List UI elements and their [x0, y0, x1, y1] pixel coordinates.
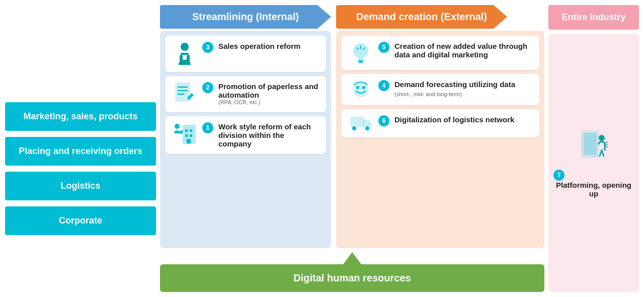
- svg-point-8: [175, 124, 180, 129]
- svg-point-27: [365, 126, 369, 130]
- sidebar-item-orders: Placing and receiving orders: [5, 137, 156, 166]
- bottom-green-wrapper: Digital human resources: [160, 252, 544, 292]
- sections-row: 3 Sales operation reform: [160, 31, 544, 248]
- card-paperless: 2 Promotion of paperless and automation …: [165, 76, 326, 112]
- svg-point-30: [599, 135, 605, 141]
- svg-rect-2: [180, 55, 183, 63]
- demand-header: Demand creation (External): [336, 5, 507, 29]
- sidebar-label-corporate: Corporate: [59, 215, 102, 226]
- demand-section: 5 Creation of new added value through da…: [336, 31, 544, 248]
- svg-rect-25: [351, 117, 364, 126]
- arrow-up-icon: [343, 252, 361, 264]
- card-title-value: Creation of new added value through data…: [394, 42, 532, 59]
- card-logistics-digital: 6 Digitalization of logistics network: [341, 109, 539, 137]
- svg-line-33: [606, 142, 608, 143]
- card-title-sales: Sales operation reform: [218, 42, 300, 50]
- entire-industry-card: 7 Platforming, opening up: [548, 34, 639, 292]
- building-icon: [172, 122, 197, 145]
- card-num-5: 5: [378, 42, 389, 53]
- brain-icon: [348, 80, 373, 99]
- sidebar-label-marketing: Marketing, sales, products: [23, 111, 137, 121]
- digital-resources-label: Digital human resources: [293, 272, 411, 283]
- svg-line-32: [602, 150, 604, 156]
- person-icon: [172, 42, 197, 66]
- sidebar-label-logistics: Logistics: [60, 181, 100, 191]
- card-title-paperless: Promotion of paperless and automation: [218, 82, 319, 99]
- card-demand-forecast-content: 4 Demand forecasting utilizing data (sho…: [378, 80, 532, 98]
- svg-point-0: [181, 43, 189, 51]
- card-num-4: 4: [378, 80, 389, 91]
- svg-rect-29: [584, 133, 597, 155]
- card-demand-forecast: 4 Demand forecasting utilizing data (sho…: [341, 74, 539, 105]
- truck-icon: [348, 115, 373, 131]
- doc-icon: [172, 82, 197, 106]
- svg-rect-11: [190, 129, 192, 132]
- svg-rect-10: [185, 129, 188, 132]
- svg-line-34: [606, 144, 608, 145]
- entire-industry-label: Entire industry: [561, 12, 625, 22]
- card-sales-content: 3 Sales operation reform: [202, 42, 319, 53]
- svg-point-26: [352, 126, 356, 130]
- entire-industry-header: Entire industry: [548, 5, 639, 30]
- svg-rect-14: [187, 139, 191, 143]
- card-num-7: 7: [553, 170, 565, 181]
- arrow-bar-container: Digital human resources: [160, 252, 544, 292]
- header-row: Streamlining (Internal) Demand creation …: [160, 5, 544, 29]
- card-workstyle-content: 1 Work style reform of each division wit…: [202, 122, 319, 148]
- svg-rect-4: [176, 83, 190, 101]
- card-added-value-content: 5 Creation of new added value through da…: [378, 42, 532, 59]
- card-sales-reform: 3 Sales operation reform: [165, 36, 326, 72]
- sidebar-item-corporate: Corporate: [5, 206, 156, 235]
- card-added-value: 5 Creation of new added value through da…: [341, 36, 539, 70]
- svg-rect-12: [185, 134, 188, 137]
- card-num-6: 6: [378, 115, 389, 126]
- svg-rect-1: [181, 53, 189, 55]
- svg-point-23: [356, 86, 359, 89]
- card-num-1: 1: [202, 122, 213, 133]
- demand-header-label: Demand creation (External): [356, 11, 487, 22]
- svg-point-24: [362, 86, 365, 89]
- card-subtitle-paperless: (RPA, OCR, etc.): [218, 99, 319, 105]
- platform-label: Platforming, opening up: [553, 181, 634, 198]
- streamlining-header-label: Streamlining (Internal): [192, 11, 299, 22]
- card-num-3: 3: [202, 42, 213, 53]
- right-panel: Entire industry: [548, 5, 639, 292]
- streamlining-header: Streamlining (Internal): [160, 5, 331, 29]
- left-sidebar: Marketing, sales, products Placing and r…: [5, 5, 156, 292]
- sidebar-item-logistics: Logistics: [5, 172, 156, 200]
- card-title-logistics: Digitalization of logistics network: [394, 115, 514, 124]
- door-icon: [580, 128, 608, 166]
- card-title-workstyle: Work style reform of each division withi…: [218, 122, 319, 148]
- svg-rect-3: [187, 55, 190, 63]
- card-title-forecast: Demand forecasting utilizing data: [394, 80, 515, 89]
- lightbulb-icon: [348, 42, 373, 64]
- sidebar-item-marketing: Marketing, sales, products: [5, 102, 156, 131]
- card-logistics-digital-content: 6 Digitalization of logistics network: [378, 115, 532, 126]
- card-subtitle-forecast: (short-, mid- and long-term): [394, 91, 462, 97]
- digital-resources-bar: Digital human resources: [160, 264, 544, 292]
- sidebar-label-orders: Placing and receiving orders: [19, 146, 142, 156]
- card-paperless-content: 2 Promotion of paperless and automation …: [202, 82, 319, 105]
- card-workstyle: 1 Work style reform of each division wit…: [165, 116, 326, 154]
- card-num-2: 2: [202, 82, 213, 93]
- platform-text-wrapper: 7 Platforming, opening up: [553, 170, 634, 198]
- center-wrapper: Streamlining (Internal) Demand creation …: [160, 5, 544, 292]
- svg-rect-13: [190, 134, 192, 137]
- streamlining-section: 3 Sales operation reform: [160, 31, 331, 248]
- svg-point-22: [354, 83, 368, 97]
